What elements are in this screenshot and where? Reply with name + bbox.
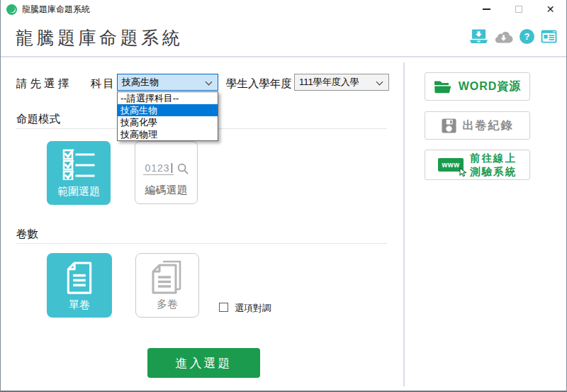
maximize-button[interactable] [503,0,534,18]
maximize-icon [515,6,522,13]
code-input-value: 0123 [145,162,169,174]
subject-option-physics[interactable]: 技高物理 [118,128,218,140]
code-select-label: 編碼選題 [145,184,188,197]
subject-option-chemistry[interactable]: 技高化學 [118,116,218,128]
subject-label: 科目 [91,77,116,91]
page-title: 龍騰題庫命題系統 [16,26,183,50]
help-icon[interactable]: ? [520,29,534,44]
year-select[interactable]: 111學年度入學 [294,74,389,91]
online-test-button[interactable]: www 前往線上 測驗系統 [425,150,530,180]
range-select-label: 範圍選題 [57,185,100,198]
subject-dropdown-list: --請選擇科目-- 技高生物 技高化學 技高物理 [117,91,218,141]
subject-option-biology[interactable]: 技高生物 [118,104,218,116]
chevron-down-icon [376,79,383,86]
www-label: www [442,161,460,169]
cursor-arrow-icon [459,167,467,177]
cloud-download-icon[interactable] [494,30,513,43]
close-button[interactable]: ✕ [534,0,566,18]
exam-records-button[interactable]: 出卷紀錄 [425,111,530,140]
online-test-label-line2: 測驗系統 [470,166,517,177]
code-input[interactable]: 0123 [143,162,173,175]
single-paper-button[interactable]: 單卷 [47,253,112,318]
year-label: 學生入學年度 [226,77,292,91]
single-paper-label: 單卷 [69,298,90,312]
text-caret [172,163,172,173]
app-window: 龍騰題庫命題系統 ✕ 龍騰題庫命題系統 [0,0,567,392]
records-icon[interactable] [541,30,557,43]
www-icon: www [438,158,464,172]
laptop-download-icon[interactable] [470,29,488,44]
single-document-icon [65,262,94,295]
word-resource-label: WORD資源 [459,79,522,94]
subject-select-value: 技高生物 [122,76,159,89]
exam-records-label: 出卷紀錄 [463,118,514,133]
multi-paper-button[interactable]: 多卷 [135,253,199,318]
swap-options-label: 選項對調 [235,302,271,315]
titlebar-title: 龍騰題庫命題系統 [22,4,90,16]
prompt-label: 請先選擇 [16,77,72,91]
enter-selection-label: 進入選題 [176,355,232,371]
header: 龍騰題庫命題系統 ? [1,18,566,57]
help-glyph: ? [524,31,530,42]
search-icon [177,163,189,175]
papers-section-rule [16,243,387,244]
app-logo-icon [6,4,17,15]
year-select-value: 111學年度入學 [299,76,359,89]
header-icon-group: ? [470,29,557,44]
online-test-label-line1: 前往線上 [470,152,517,164]
folder-icon [434,79,452,94]
papers-section-title: 卷數 [16,227,38,242]
minimize-icon [483,9,490,10]
subject-select[interactable]: 技高生物 [117,74,218,91]
code-input-field[interactable]: 0123 [143,162,189,175]
online-test-label: 前往線上 測驗系統 [470,152,517,177]
subject-option-placeholder[interactable]: --請選擇科目-- [118,92,218,104]
titlebar: 龍騰題庫命題系統 ✕ [1,0,566,18]
minimize-button[interactable] [471,0,503,18]
panel-divider [403,62,405,386]
chevron-down-icon [206,79,213,86]
enter-selection-button[interactable]: 進入選題 [147,348,260,378]
window-controls: ✕ [471,0,566,18]
checklist-icon [62,147,95,180]
close-icon: ✕ [546,4,555,14]
save-disk-icon [442,118,456,133]
swap-options-checkbox[interactable] [219,303,228,312]
word-resource-button[interactable]: WORD資源 [425,72,530,101]
multi-paper-label: 多卷 [157,298,178,311]
code-select-button[interactable]: 0123 編碼選題 [135,141,198,204]
multi-document-icon [152,259,183,295]
range-select-button[interactable]: 範圍選題 [47,141,111,205]
mode-section-title: 命題模式 [16,112,60,127]
